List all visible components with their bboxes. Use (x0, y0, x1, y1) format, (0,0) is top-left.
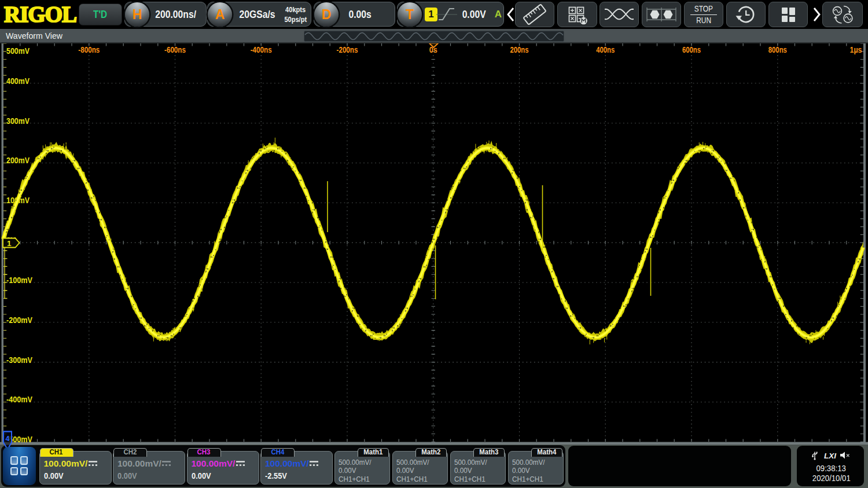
svg-text:300mV: 300mV (6, 116, 30, 126)
svg-text:-400ns: -400ns (251, 45, 272, 54)
svg-text:-400mV: -400mV (6, 394, 33, 404)
svg-text:4: 4 (6, 435, 10, 443)
svg-text:-300mV: -300mV (6, 355, 33, 365)
svg-text:-200ns: -200ns (337, 45, 358, 54)
svg-text:200ns: 200ns (510, 45, 529, 54)
svg-text:500mV: 500mV (6, 46, 30, 56)
svg-text:400mV: 400mV (6, 76, 30, 86)
svg-text:400ns: 400ns (596, 45, 615, 54)
svg-text:200mV: 200mV (6, 155, 30, 165)
svg-text:LXI: LXI (824, 452, 836, 460)
svg-text:-200mV: -200mV (6, 315, 33, 325)
svg-text:-800ns: -800ns (78, 45, 100, 54)
svg-text:600ns: 600ns (682, 45, 701, 54)
svg-text:1: 1 (7, 239, 12, 248)
svg-text:800ns: 800ns (768, 45, 787, 54)
svg-text:-600ns: -600ns (164, 45, 186, 54)
svg-text:1µs: 1µs (850, 45, 862, 54)
svg-text:-100mV: -100mV (6, 275, 33, 285)
